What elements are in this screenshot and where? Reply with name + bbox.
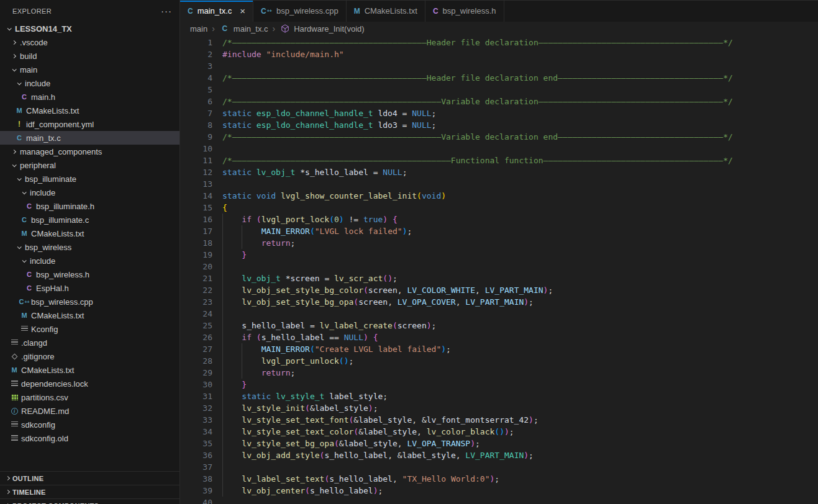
tree-file-cmakelists-txt[interactable]: MCMakeLists.txt bbox=[0, 308, 180, 322]
tree-file-bsp-illuminate-c[interactable]: Cbsp_illuminate.c bbox=[0, 213, 180, 227]
tree-file-bsp-wireless-cpp[interactable]: C++bsp_wireless.cpp bbox=[0, 295, 180, 308]
code-line[interactable]: 23 lv_obj_set_style_bg_opa(screen, LV_OP… bbox=[180, 296, 818, 308]
tree-item-label: EspHal.h bbox=[36, 284, 69, 293]
tree-file-partitions-csv[interactable]: partitions.csv bbox=[0, 390, 180, 404]
code-line[interactable]: 39 lv_obj_center(s_hello_label); bbox=[180, 485, 818, 497]
tree-folder-peripheral[interactable]: peripheral bbox=[0, 158, 180, 172]
code-line[interactable]: 24 bbox=[180, 308, 818, 320]
tree-file-readme-md[interactable]: iREADME.md bbox=[0, 404, 180, 418]
code-editor[interactable]: 1/*—————————————————————————————————————… bbox=[180, 35, 818, 504]
tree-folder-main[interactable]: main bbox=[0, 63, 180, 76]
tree-file--clangd[interactable]: .clangd bbox=[0, 336, 180, 349]
chevron-down-icon bbox=[19, 191, 29, 194]
code-line[interactable]: 11/*————————————————————————————————————… bbox=[180, 155, 818, 166]
tree-item-label: build bbox=[20, 52, 37, 61]
tab-close-icon[interactable]: × bbox=[240, 7, 245, 15]
tree-file-bsp-wireless-h[interactable]: Cbsp_wireless.h bbox=[0, 268, 180, 281]
tree-file-idf-component-yml[interactable]: !idf_component.yml bbox=[0, 117, 180, 131]
code-line[interactable]: 40 bbox=[180, 497, 818, 504]
line-number: 6 bbox=[180, 96, 212, 107]
code-line[interactable]: 37 bbox=[180, 461, 818, 473]
code-line[interactable]: 4/*—————————————————————————————————————… bbox=[180, 72, 818, 84]
section-header-timeline[interactable]: TIMELINE bbox=[0, 485, 180, 498]
tree-file-cmakelists-txt[interactable]: MCMakeLists.txt bbox=[0, 363, 180, 377]
line-number: 21 bbox=[180, 272, 212, 284]
code-line[interactable]: 3 bbox=[180, 60, 818, 72]
tab-bsp-wireless-cpp[interactable]: C++bsp_wireless.cpp bbox=[253, 1, 347, 22]
tree-folder-include[interactable]: include bbox=[0, 186, 180, 199]
tree-item-label: .clangd bbox=[21, 338, 47, 348]
tree-folder-bsp-illuminate[interactable]: bsp_illuminate bbox=[0, 172, 180, 186]
code-line[interactable]: 31 static lv_style_t label_style; bbox=[180, 390, 818, 402]
tree-file-main-tx-c[interactable]: Cmain_tx.c bbox=[0, 131, 180, 145]
code-line[interactable]: 32 lv_style_init(&label_style); bbox=[180, 402, 818, 414]
tab-cmakelists-txt[interactable]: MCMakeLists.txt bbox=[347, 1, 425, 22]
tree-file-bsp-illuminate-h[interactable]: Cbsp_illuminate.h bbox=[0, 199, 180, 213]
code-line[interactable]: 13 bbox=[180, 178, 818, 190]
tree-file-cmakelists-txt[interactable]: MCMakeLists.txt bbox=[0, 227, 180, 240]
code-line[interactable]: 21 lv_obj_t *screen = lv_scr_act(); bbox=[180, 272, 818, 284]
breadcrumb-item-2[interactable]: Hardware_Init(void) bbox=[279, 24, 364, 34]
code-line[interactable]: 15{ bbox=[180, 202, 818, 214]
code-line[interactable]: 27 MAIN_ERROR("Create LVGL label failed"… bbox=[180, 343, 818, 355]
tree-folder-bsp-wireless[interactable]: bsp_wireless bbox=[0, 240, 180, 254]
tree-folder-build[interactable]: build bbox=[0, 49, 180, 63]
tree-item-label: bsp_illuminate bbox=[25, 174, 76, 184]
code-line[interactable]: 33 lv_style_set_text_font(&label_style, … bbox=[180, 414, 818, 426]
section-label: OUTLINE bbox=[12, 475, 43, 482]
code-line[interactable]: 30 } bbox=[180, 379, 818, 390]
code-line[interactable]: 29 return; bbox=[180, 367, 818, 379]
tree-item-label: .vscode bbox=[20, 38, 48, 47]
code-line[interactable]: 22 lv_obj_set_style_bg_color(screen, LV_… bbox=[180, 284, 818, 296]
breadcrumb-separator-icon: › bbox=[273, 24, 276, 34]
tab-main-tx-c[interactable]: Cmain_tx.c× bbox=[180, 1, 253, 22]
tree-folder-managed-components[interactable]: managed_components bbox=[0, 145, 180, 158]
code-line[interactable]: 36 lv_obj_add_style(s_hello_label, &labe… bbox=[180, 449, 818, 461]
code-line[interactable]: 18 return; bbox=[180, 237, 818, 249]
generic-file-icon bbox=[9, 340, 20, 346]
tree-folder-include[interactable]: include bbox=[0, 254, 180, 268]
code-line[interactable]: 5 bbox=[180, 84, 818, 96]
tree-file-sdkconfig-old[interactable]: sdkconfig.old bbox=[0, 431, 180, 445]
tree-file-main-h[interactable]: Cmain.h bbox=[0, 90, 180, 104]
code-line[interactable]: 35 lv_style_set_bg_opa(&label_style, LV_… bbox=[180, 438, 818, 449]
code-line[interactable]: 8static esp_ldo_channel_handle_t ldo3 = … bbox=[180, 119, 818, 131]
line-number: 28 bbox=[180, 355, 212, 367]
code-line[interactable]: 34 lv_style_set_text_color(&label_style,… bbox=[180, 426, 818, 438]
breadcrumb-item-0[interactable]: main bbox=[190, 24, 207, 34]
tree-item-label: include bbox=[30, 256, 55, 266]
tree-file-sdkconfig[interactable]: sdkconfig bbox=[0, 418, 180, 431]
breadcrumb-item-1[interactable]: Cmain_tx.c bbox=[219, 24, 268, 34]
code-line[interactable]: 10 bbox=[180, 143, 818, 155]
code-line[interactable]: 1/*—————————————————————————————————————… bbox=[180, 37, 818, 48]
more-actions-icon[interactable]: ··· bbox=[161, 8, 172, 14]
code-line[interactable]: 9/*—————————————————————————————————————… bbox=[180, 131, 818, 143]
tree-folder-include[interactable]: include bbox=[0, 76, 180, 90]
code-line[interactable]: 16 if (lvgl_port_lock(0) != true) { bbox=[180, 214, 818, 225]
code-line[interactable]: 12static lv_obj_t *s_hello_label = NULL; bbox=[180, 166, 818, 178]
tree-file-kconfig[interactable]: Kconfig bbox=[0, 322, 180, 336]
line-number: 9 bbox=[180, 131, 212, 143]
code-line[interactable]: 28 lvgl_port_unlock(); bbox=[180, 355, 818, 367]
line-content: lv_obj_center(s_hello_label); bbox=[212, 485, 818, 497]
code-line[interactable]: 2#include "include/main.h" bbox=[180, 48, 818, 60]
tree-file-esphal-h[interactable]: CEspHal.h bbox=[0, 281, 180, 295]
code-line[interactable]: 20 bbox=[180, 261, 818, 272]
tree-file-dependencies-lock[interactable]: dependencies.lock bbox=[0, 377, 180, 390]
section-header-project-components[interactable]: PROJECT COMPONENTS bbox=[0, 498, 180, 504]
code-line[interactable]: 7static esp_ldo_channel_handle_t ldo4 = … bbox=[180, 107, 818, 119]
line-number: 38 bbox=[180, 473, 212, 485]
tab-bsp-wireless-h[interactable]: Cbsp_wireless.h bbox=[425, 1, 504, 22]
code-line[interactable]: 19 } bbox=[180, 249, 818, 261]
tree-file-cmakelists-txt[interactable]: MCMakeLists.txt bbox=[0, 104, 180, 117]
section-header-outline[interactable]: OUTLINE bbox=[0, 471, 180, 485]
code-line[interactable]: 6/*—————————————————————————————————————… bbox=[180, 96, 818, 107]
code-line[interactable]: 25 s_hello_label = lv_label_create(scree… bbox=[180, 320, 818, 331]
code-line[interactable]: 17 MAIN_ERROR("LVGL lock failed"); bbox=[180, 225, 818, 237]
tree-file--gitignore[interactable]: .gitignore bbox=[0, 349, 180, 363]
code-line[interactable]: 38 lv_label_set_text(s_hello_label, "TX_… bbox=[180, 473, 818, 485]
tree-folder--vscode[interactable]: .vscode bbox=[0, 35, 180, 49]
code-line[interactable]: 14static void lvgl_show_counter_label_in… bbox=[180, 190, 818, 202]
tree-folder-lesson14-tx[interactable]: LESSON14_TX bbox=[0, 22, 180, 35]
code-line[interactable]: 26 if (s_hello_label == NULL) { bbox=[180, 331, 818, 343]
